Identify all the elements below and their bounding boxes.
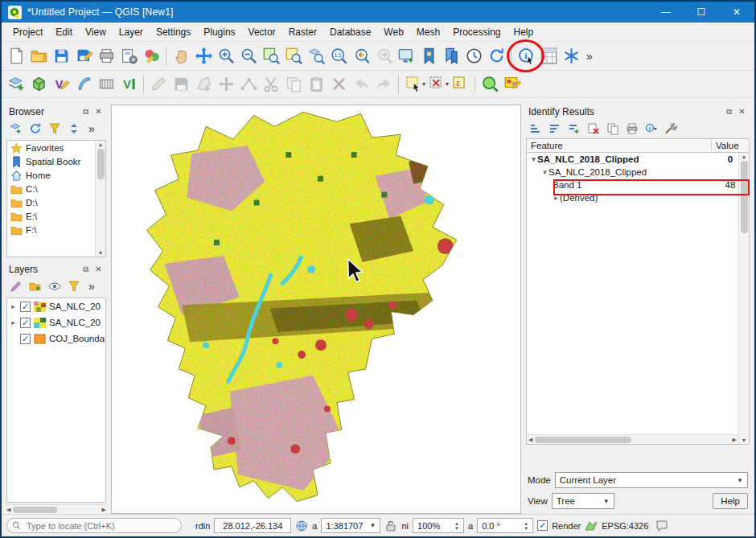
menu-help[interactable]: Help bbox=[507, 24, 540, 40]
zoom-out-icon[interactable] bbox=[237, 45, 260, 68]
result-row-layer[interactable]: ▾ SA_NLC_2018_Clipped 0 bbox=[527, 153, 749, 166]
browser-item-home[interactable]: Home bbox=[7, 168, 105, 182]
crs-icon[interactable] bbox=[585, 520, 598, 532]
select-by-expression-icon[interactable]: ε bbox=[449, 73, 471, 96]
value-column-header[interactable]: Value bbox=[712, 139, 749, 152]
layers-close-icon[interactable]: ✕ bbox=[93, 265, 104, 274]
extents-toggle-icon[interactable] bbox=[295, 520, 308, 532]
layer-item-sa-nlc-2018-clipped[interactable]: ▸ ✓ SA_NLC_20 bbox=[7, 298, 105, 314]
zoom-in-icon[interactable] bbox=[215, 45, 237, 68]
new-spatial-bookmark-icon[interactable] bbox=[417, 45, 440, 68]
show-bookmarks-icon[interactable] bbox=[440, 45, 462, 68]
add-selected-layers-icon[interactable] bbox=[7, 120, 25, 138]
manage-map-themes-icon[interactable] bbox=[46, 277, 64, 295]
help-button[interactable]: Help bbox=[713, 493, 748, 509]
magnifier-spinbox[interactable]: 100% ▲▼ bbox=[413, 518, 464, 533]
browser-item-drive-c[interactable]: C:\ bbox=[7, 182, 105, 195]
pan-map-icon[interactable] bbox=[170, 45, 192, 68]
new-spatialite-layer-icon[interactable] bbox=[72, 73, 95, 96]
undo-icon[interactable] bbox=[350, 73, 372, 96]
expander-closed-icon[interactable]: ▸ bbox=[553, 194, 560, 202]
browser-overflow-icon[interactable]: » bbox=[84, 122, 99, 135]
zoom-next-icon[interactable] bbox=[372, 45, 395, 68]
zoom-to-selection-icon[interactable] bbox=[282, 45, 305, 68]
open-project-icon[interactable] bbox=[27, 45, 50, 68]
new-mesh-layer-icon[interactable]: V bbox=[117, 73, 140, 96]
expand-tree-icon[interactable] bbox=[527, 120, 544, 138]
toggle-editing-icon[interactable] bbox=[147, 73, 170, 96]
clear-results-icon[interactable] bbox=[585, 120, 602, 138]
delete-selected-icon[interactable] bbox=[327, 73, 350, 96]
zoom-last-icon[interactable] bbox=[350, 45, 372, 68]
statistical-summary-icon[interactable] bbox=[537, 45, 560, 68]
menu-raster[interactable]: Raster bbox=[282, 24, 323, 40]
open-layer-styling-icon[interactable] bbox=[7, 277, 25, 295]
select-features-icon[interactable] bbox=[402, 73, 425, 96]
temporal-controller-icon[interactable] bbox=[462, 45, 485, 68]
move-feature-icon[interactable] bbox=[215, 73, 237, 96]
pan-to-selection-icon[interactable] bbox=[192, 45, 215, 68]
map-canvas[interactable] bbox=[111, 105, 521, 514]
menu-edit[interactable]: Edit bbox=[49, 24, 79, 40]
processing-toolbox-icon[interactable] bbox=[560, 45, 582, 68]
menu-project[interactable]: Project bbox=[6, 24, 49, 40]
add-feature-icon[interactable] bbox=[192, 73, 215, 96]
menu-mesh[interactable]: Mesh bbox=[410, 24, 446, 40]
layout-manager-icon[interactable] bbox=[117, 45, 140, 68]
deselect-features-icon[interactable] bbox=[425, 73, 448, 96]
result-row-band1[interactable]: Band 1 48 bbox=[527, 179, 749, 191]
cut-features-icon[interactable] bbox=[260, 73, 282, 96]
filter-legend-icon[interactable] bbox=[65, 277, 83, 295]
expander-open-icon[interactable]: ▾ bbox=[530, 155, 537, 163]
spinner-arrows-icon[interactable]: ▲▼ bbox=[524, 521, 528, 531]
expander-icon[interactable]: ▸ bbox=[10, 302, 17, 310]
locate-input[interactable] bbox=[6, 518, 182, 533]
spinner-arrows-icon[interactable]: ▲▼ bbox=[454, 521, 459, 531]
menu-layer[interactable]: Layer bbox=[113, 24, 150, 40]
print-results-icon[interactable] bbox=[623, 120, 641, 138]
new-geopackage-layer-icon[interactable] bbox=[27, 73, 50, 96]
identify-settings-icon[interactable] bbox=[662, 120, 680, 138]
vertex-tool-icon[interactable] bbox=[237, 73, 260, 96]
layer-checkbox[interactable]: ✓ bbox=[20, 334, 31, 344]
collapse-tree-icon[interactable] bbox=[546, 120, 564, 138]
menu-database[interactable]: Database bbox=[323, 24, 377, 40]
zoom-to-layer-icon[interactable] bbox=[305, 45, 327, 68]
browser-item-drive-d[interactable]: D:\ bbox=[7, 195, 105, 209]
menu-vector[interactable]: Vector bbox=[242, 24, 282, 40]
add-group-icon[interactable] bbox=[27, 277, 44, 295]
refresh-browser-icon[interactable] bbox=[27, 120, 44, 138]
new-map-view-icon[interactable] bbox=[395, 45, 417, 68]
layers-dock-icon[interactable]: ⧉ bbox=[80, 265, 91, 274]
filter-browser-icon[interactable] bbox=[46, 120, 64, 138]
coordinate-field[interactable]: 28.012,-26.134 bbox=[214, 518, 291, 533]
browser-item-drive-f[interactable]: F:\ bbox=[7, 223, 105, 236]
identify-features-icon[interactable]: i bbox=[515, 45, 537, 68]
identify-vscrollbar[interactable]: ▲▼ bbox=[738, 153, 749, 444]
menu-processing[interactable]: Processing bbox=[446, 24, 507, 40]
redo-icon[interactable] bbox=[372, 73, 395, 96]
result-row-derived[interactable]: ▸ (Derived) bbox=[527, 191, 749, 204]
identify-hscrollbar[interactable]: ◀▶ bbox=[527, 434, 738, 444]
messages-icon[interactable] bbox=[655, 520, 668, 532]
save-layer-edits-icon[interactable] bbox=[170, 73, 192, 96]
menu-view[interactable]: View bbox=[79, 24, 113, 40]
layer-checkbox[interactable]: ✓ bbox=[20, 302, 31, 312]
save-project-icon[interactable] bbox=[50, 45, 72, 68]
data-source-manager-icon[interactable] bbox=[5, 73, 27, 96]
refresh-icon[interactable] bbox=[485, 45, 507, 68]
render-checkbox[interactable]: ✓ bbox=[537, 520, 548, 531]
zoom-to-selected-icon[interactable] bbox=[479, 73, 501, 96]
expander-icon[interactable]: ▸ bbox=[10, 318, 17, 326]
layers-overflow-icon[interactable]: » bbox=[84, 280, 99, 293]
copy-features-icon[interactable] bbox=[282, 73, 305, 96]
browser-item-spatial-bookmarks[interactable]: Spatial Bookr bbox=[7, 154, 105, 168]
toolbar-overflow-icon[interactable]: » bbox=[582, 50, 597, 63]
menu-settings[interactable]: Settings bbox=[150, 24, 197, 40]
minimize-button[interactable]: — bbox=[648, 2, 684, 23]
browser-item-favorites[interactable]: Favorites bbox=[7, 141, 105, 154]
rotation-spinbox[interactable]: 0.0 ° ▲▼ bbox=[477, 518, 533, 533]
collapse-all-icon[interactable] bbox=[65, 120, 83, 138]
paste-features-icon[interactable] bbox=[305, 73, 327, 96]
copy-feature-icon[interactable] bbox=[604, 120, 622, 138]
